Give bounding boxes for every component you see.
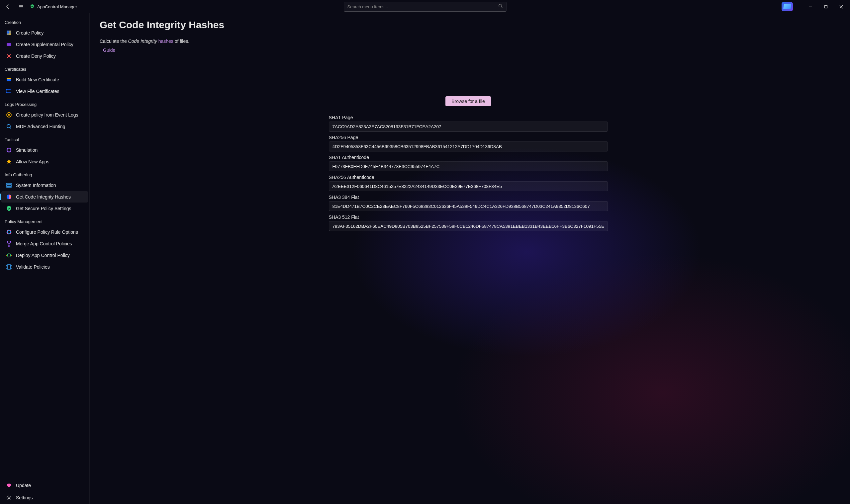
sidebar-item-sys-info[interactable]: System Information [1, 180, 88, 191]
hash-value-input[interactable] [329, 122, 608, 131]
svg-point-10 [7, 92, 7, 93]
sidebar-item-merge[interactable]: Merge App Control Policies [1, 238, 88, 249]
settings-icon [6, 495, 12, 501]
sidebar-item-ci-hashes[interactable]: Get Code Integrity Hashes [1, 191, 88, 202]
hash-value-input[interactable] [329, 141, 608, 151]
svg-rect-24 [7, 265, 11, 269]
sidebar-item-label: Get Code Integrity Hashes [16, 194, 71, 200]
sidebar-item-mde-hunting[interactable]: MDE Advanced Hunting [1, 121, 88, 132]
svg-point-8 [7, 89, 7, 90]
hash-label: SHA1 Page [329, 115, 608, 120]
section-header: Certificates [0, 62, 89, 74]
sidebar-item-simulation[interactable]: Simulation [1, 144, 88, 156]
svg-point-22 [8, 246, 10, 247]
sys-info-icon [6, 182, 12, 188]
shield-icon [30, 4, 35, 10]
section-header: Info Gathering [0, 168, 89, 179]
hash-value-input[interactable] [329, 161, 608, 171]
sidebar-item-deploy[interactable]: Deploy App Control Policy [1, 250, 88, 261]
svg-point-12 [8, 114, 10, 116]
back-button[interactable] [1, 0, 15, 13]
sidebar-item-label: Merge App Control Policies [16, 241, 72, 246]
sidebar-item-label: Simulation [16, 147, 37, 153]
sidebar-item-label: Deploy App Control Policy [16, 253, 70, 258]
svg-point-5 [10, 44, 10, 45]
sidebar-item-secure-policy[interactable]: Get Secure Policy Settings [1, 203, 88, 214]
search-box[interactable] [344, 2, 507, 12]
update-icon [6, 482, 12, 488]
svg-rect-16 [7, 185, 11, 186]
guide-link[interactable]: Guide [103, 48, 115, 53]
sidebar-item-label: Configure Policy Rule Options [16, 230, 78, 235]
sidebar-item-build-cert[interactable]: Build New Certificate [1, 74, 88, 85]
secure-policy-icon [6, 205, 12, 212]
create-supplemental-icon [6, 41, 12, 48]
window-close[interactable] [833, 0, 849, 13]
sidebar-divider [0, 477, 89, 477]
sidebar-item-validate[interactable]: Validate Policies [1, 261, 88, 273]
hash-label: SHA3 512 Flat [329, 215, 608, 220]
hamburger-button[interactable] [15, 0, 28, 13]
sidebar-item-rule-options[interactable]: Configure Policy Rule Options [1, 227, 88, 238]
sidebar-item-policy-from-logs[interactable]: Create policy from Event Logs [1, 109, 88, 121]
sidebar-item-label: Allow New Apps [16, 159, 49, 164]
sidebar-item-label: MDE Advanced Hunting [16, 124, 66, 129]
page-title: Get Code Integrity Hashes [100, 19, 837, 31]
sidebar-item-create-supplemental[interactable]: Create Supplemental Policy [1, 39, 88, 50]
sidebar-item-create-deny[interactable]: Create Deny Policy [1, 51, 88, 62]
ci-hashes-icon [6, 194, 12, 200]
hash-value-input[interactable] [329, 181, 608, 191]
validate-icon [6, 264, 12, 270]
build-cert-icon [6, 77, 12, 83]
svg-point-9 [7, 91, 7, 91]
svg-point-4 [7, 44, 8, 45]
sidebar-item-label: Create Deny Policy [16, 53, 56, 59]
sidebar-item-allow-apps[interactable]: Allow New Apps [1, 156, 88, 167]
window-maximize[interactable] [818, 0, 833, 13]
hash-value-input[interactable] [329, 221, 608, 231]
allow-apps-icon [6, 159, 12, 165]
window-minimize[interactable] [803, 0, 818, 13]
sidebar-item-create-policy[interactable]: Create Policy [1, 27, 88, 38]
svg-point-23 [7, 254, 11, 257]
sidebar-item-update[interactable]: Update [1, 480, 88, 491]
svg-point-20 [7, 241, 8, 242]
merge-icon [6, 241, 12, 247]
simulation-icon [6, 147, 12, 153]
view-certs-icon [6, 88, 12, 94]
deploy-icon [6, 252, 12, 258]
sidebar-item-settings[interactable]: Settings [1, 492, 88, 504]
svg-point-25 [8, 497, 10, 499]
title-bar: AppControl Manager [0, 0, 850, 13]
sidebar-item-label: Build New Certificate [16, 77, 59, 82]
intro-prefix: Calculate the [100, 38, 128, 44]
sidebar-item-label: Get Secure Policy Settings [16, 206, 71, 211]
copilot-icon[interactable] [782, 2, 793, 11]
sidebar: CreationCreate PolicyCreate Supplemental… [0, 13, 90, 504]
section-header: Tactical [0, 132, 89, 144]
sidebar-item-label: Validate Policies [16, 264, 50, 270]
sidebar-item-label: Create policy from Event Logs [16, 112, 78, 118]
hash-label: SHA3 384 Flat [329, 195, 608, 200]
browse-file-button[interactable]: Browse for a file [445, 96, 491, 106]
sidebar-item-view-certs[interactable]: View File Certificates [1, 86, 88, 97]
svg-rect-17 [7, 186, 11, 187]
section-header: Creation [0, 15, 89, 27]
app-title-group: AppControl Manager [30, 4, 77, 10]
sidebar-item-label: Update [16, 483, 31, 488]
svg-rect-15 [7, 183, 11, 184]
hamburger-icon [19, 4, 24, 9]
create-deny-icon [6, 53, 12, 59]
hash-label: SHA256 Page [329, 135, 608, 140]
svg-rect-7 [7, 78, 11, 79]
search-input[interactable] [348, 4, 498, 9]
svg-rect-1 [825, 5, 827, 8]
hashes-link[interactable]: hashes [157, 38, 173, 44]
search-icon [498, 4, 503, 10]
svg-rect-3 [7, 43, 11, 46]
section-header: Logs Processing [0, 97, 89, 109]
app-title: AppControl Manager [37, 4, 77, 9]
hash-value-input[interactable] [329, 201, 608, 211]
svg-point-13 [7, 125, 10, 128]
section-header: Policy Management [0, 215, 89, 226]
